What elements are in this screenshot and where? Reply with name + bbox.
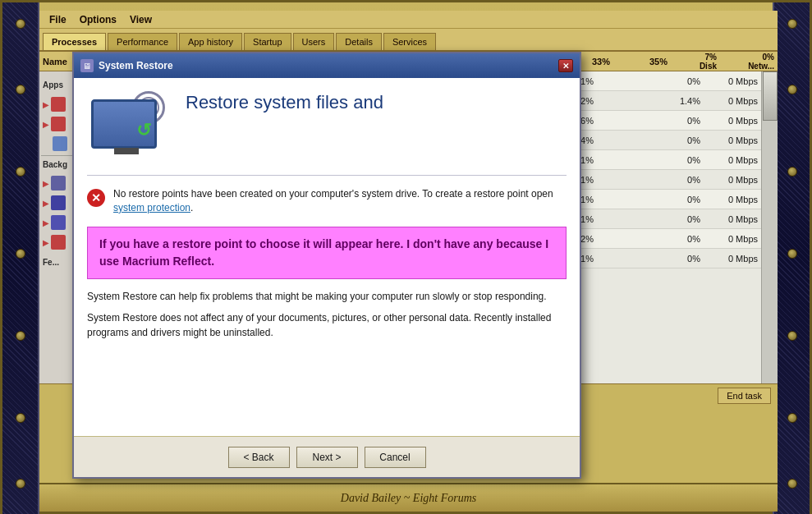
scroll-thumb[interactable] bbox=[763, 71, 778, 121]
rivet bbox=[16, 167, 25, 177]
dialog-titlebar: 🖥 System Restore ✕ bbox=[74, 53, 580, 78]
tab-bar: Processes Performance App history Startu… bbox=[39, 29, 778, 52]
sidebar-arrow: ▶ bbox=[41, 218, 51, 228]
menubar: File Options View bbox=[39, 11, 778, 29]
dialog-heading-area: Restore system files and bbox=[186, 91, 383, 115]
right-side-panel bbox=[773, 2, 810, 514]
cancel-button[interactable]: Cancel bbox=[365, 447, 426, 468]
sidebar-arrow: ▶ bbox=[41, 119, 51, 130]
next-button[interactable]: Next > bbox=[296, 447, 358, 468]
rivet bbox=[787, 413, 797, 423]
back-button[interactable]: < Back bbox=[228, 447, 290, 468]
rivet bbox=[16, 479, 25, 489]
tab-users[interactable]: Users bbox=[293, 33, 335, 50]
tab-processes[interactable]: Processes bbox=[43, 33, 106, 50]
restore-icon: ↺ bbox=[87, 91, 169, 165]
error-text: No restore points have been created on y… bbox=[113, 187, 567, 215]
error-banner: ✕ No restore points have been created on… bbox=[87, 184, 567, 218]
apps-label: Apps bbox=[41, 79, 65, 91]
tab-performance[interactable]: Performance bbox=[108, 33, 177, 50]
tab-startup[interactable]: Startup bbox=[244, 33, 291, 50]
sidebar-icon bbox=[51, 215, 66, 230]
dialog-top-section: ↺ Restore system files and bbox=[87, 91, 567, 165]
rivet bbox=[787, 249, 797, 259]
fe-label: Fe... bbox=[41, 256, 61, 268]
rivet bbox=[787, 167, 797, 177]
main-window: File Options View Processes Performance … bbox=[0, 0, 812, 514]
background-label: Backg bbox=[41, 158, 69, 171]
sidebar-icon-blue bbox=[53, 136, 67, 151]
menu-file[interactable]: File bbox=[43, 12, 73, 27]
divider bbox=[87, 175, 567, 176]
sidebar-arrow: ▶ bbox=[41, 178, 51, 189]
menu-view[interactable]: View bbox=[123, 12, 158, 27]
end-task-button[interactable]: End task bbox=[718, 388, 771, 404]
pink-message-box: If you have a restore point to choose it… bbox=[87, 227, 567, 279]
col-cpu2-header: 35% bbox=[610, 57, 667, 67]
dialog-main-title: Restore system files and bbox=[186, 91, 383, 115]
rivet bbox=[16, 85, 25, 94]
menu-options[interactable]: Options bbox=[73, 12, 123, 27]
rivet bbox=[16, 413, 25, 423]
left-side-panel bbox=[2, 2, 39, 514]
arrow-icon: ↺ bbox=[136, 120, 151, 141]
tab-app-history[interactable]: App history bbox=[179, 33, 242, 50]
dialog-icon: 🖥 bbox=[80, 59, 94, 72]
sidebar-icon-ms bbox=[51, 97, 66, 112]
sidebar-arrow: ▶ bbox=[41, 99, 51, 110]
dialog-close-button[interactable]: ✕ bbox=[558, 59, 573, 72]
sidebar-icon bbox=[51, 176, 66, 190]
system-protection-link[interactable]: system protection bbox=[113, 202, 190, 213]
rivet bbox=[16, 19, 25, 29]
error-circle-icon: ✕ bbox=[87, 189, 105, 207]
dialog-body: ↺ Restore system files and ✕ No restore … bbox=[74, 78, 580, 436]
dialog-footer: < Back Next > Cancel bbox=[74, 436, 580, 477]
scrollbar[interactable] bbox=[761, 71, 778, 383]
info-text-1: System Restore can help fix problems tha… bbox=[87, 289, 567, 304]
rivet bbox=[787, 331, 797, 341]
dialog-title: System Restore bbox=[99, 60, 558, 71]
rivet bbox=[787, 19, 797, 29]
sidebar-icon-gear bbox=[51, 117, 66, 131]
sidebar-arrow: ▶ bbox=[41, 237, 51, 248]
info-text-2: System Restore does not affect any of yo… bbox=[87, 310, 567, 340]
rivet bbox=[787, 479, 797, 489]
sidebar-icon bbox=[51, 195, 66, 210]
footer-text: David Bailey ~ Eight Forums bbox=[341, 492, 476, 505]
rivet bbox=[16, 331, 25, 341]
rivet bbox=[16, 249, 25, 259]
col-disk-header: 7%Disk bbox=[667, 53, 717, 71]
system-restore-dialog: 🖥 System Restore ✕ ↺ bbox=[72, 52, 581, 479]
sidebar-icon bbox=[51, 235, 66, 250]
sidebar-arrow: ▶ bbox=[41, 198, 51, 209]
tab-services[interactable]: Services bbox=[383, 33, 436, 50]
error-icon: ✕ bbox=[87, 189, 107, 209]
tab-details[interactable]: Details bbox=[336, 33, 382, 50]
rivet bbox=[787, 85, 797, 94]
col-netw-header: 0%Netw... bbox=[717, 53, 774, 71]
bottom-banner: David Bailey ~ Eight Forums bbox=[39, 483, 778, 512]
pink-message-text: If you have a restore point to choose it… bbox=[99, 236, 554, 270]
